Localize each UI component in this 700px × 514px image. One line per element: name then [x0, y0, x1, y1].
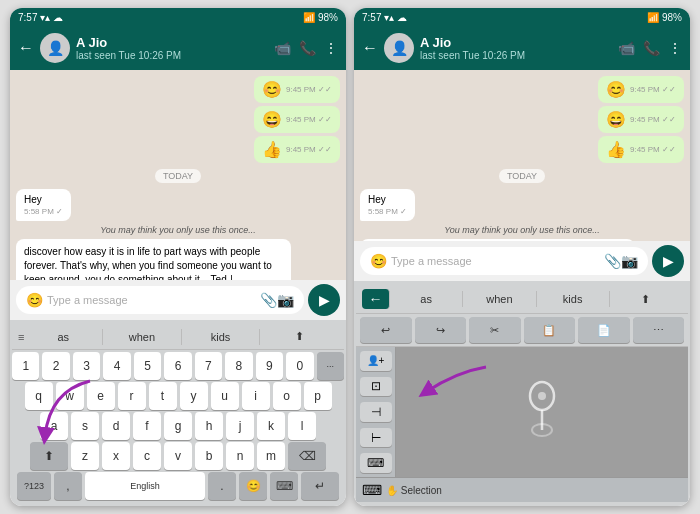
toolbar-copy-btn[interactable]: 📋 [524, 317, 576, 343]
key-w[interactable]: w [56, 382, 84, 410]
video-call-icon[interactable]: 📹 [274, 40, 291, 56]
key-g[interactable]: g [164, 412, 192, 440]
key-period[interactable]: . [208, 472, 236, 500]
keyboard-icon-bottom[interactable]: ⌨ [362, 482, 382, 498]
contact-info-left: A Jio last seen Tue 10:26 PM [76, 35, 268, 61]
attach-icon-right[interactable]: 📎 [604, 253, 621, 269]
emoji-icon-left[interactable]: 😊 [26, 292, 43, 308]
key-8[interactable]: 8 [225, 352, 252, 380]
back-button-right[interactable]: ← [362, 39, 378, 57]
toolbar-select-btn[interactable]: ⊡ [360, 377, 392, 397]
key-u[interactable]: u [211, 382, 239, 410]
status-bar-right: 7:57 ▾▴ ☁ 📶 98% [354, 8, 690, 26]
toolbar-keyboard-btn[interactable]: ⌨ [360, 453, 392, 473]
toolbar-more-btn[interactable]: ⋯ [633, 317, 685, 343]
key-0[interactable]: 0 [286, 352, 313, 380]
key-comma[interactable]: , [54, 472, 82, 500]
suggestions-row-right: ← as when kids ⬆ [356, 285, 688, 314]
key-emoji[interactable]: 😊 [239, 472, 267, 500]
toolbar-back-btn[interactable]: ← [362, 289, 390, 309]
suggestion-kids-left[interactable]: kids [182, 329, 261, 345]
emoji-icon-right[interactable]: 😊 [370, 253, 387, 269]
key-v[interactable]: v [164, 442, 192, 470]
signal-icon-right: ▾▴ [384, 12, 394, 23]
key-f[interactable]: f [133, 412, 161, 440]
camera-icon-left[interactable]: 📷 [277, 292, 294, 308]
send-button-right[interactable]: ▶ [652, 245, 684, 277]
key-4[interactable]: 4 [103, 352, 130, 380]
toolbar-side-buttons: 👤+ ⊡ ⊣ ⊢ ⌨ [356, 347, 396, 477]
key-m[interactable]: m [257, 442, 285, 470]
key-x[interactable]: x [102, 442, 130, 470]
long-msg-left: discover how easy it is in life to part … [16, 239, 291, 280]
key-t[interactable]: t [149, 382, 177, 410]
send-button-left[interactable]: ▶ [308, 284, 340, 316]
key-y[interactable]: y [180, 382, 208, 410]
back-button-left[interactable]: ← [18, 39, 34, 57]
header-icons-left: 📹 📞 ⋮ [274, 40, 338, 56]
hey-msg-right: Hey 5:58 PM ✓ [360, 189, 415, 221]
key-num-switch[interactable]: ?123 [17, 472, 51, 500]
key-q[interactable]: q [25, 382, 53, 410]
video-call-icon-right[interactable]: 📹 [618, 40, 635, 56]
key-5[interactable]: 5 [134, 352, 161, 380]
key-1[interactable]: 1 [12, 352, 39, 380]
key-2[interactable]: 2 [42, 352, 69, 380]
toolbar-end-btn[interactable]: ⊢ [360, 428, 392, 448]
more-options-icon[interactable]: ⋮ [324, 40, 338, 56]
key-d[interactable]: d [102, 412, 130, 440]
suggestion-when-left[interactable]: when [103, 329, 182, 345]
key-p[interactable]: p [304, 382, 332, 410]
key-n[interactable]: n [226, 442, 254, 470]
key-b[interactable]: b [195, 442, 223, 470]
toolbar-redo-btn[interactable]: ↪ [415, 317, 467, 343]
toolbar-start-btn[interactable]: ⊣ [360, 402, 392, 422]
toolbar-paste-btn[interactable]: 📄 [578, 317, 630, 343]
key-shift[interactable]: ⬆ [30, 442, 68, 470]
suggestion-as-right[interactable]: as [390, 291, 463, 307]
chat-body-left: 😊 9:45 PM ✓✓ 😄 9:45 PM ✓✓ 👍 9:45 PM ✓✓ T… [10, 70, 346, 280]
key-3[interactable]: 3 [73, 352, 100, 380]
time-right: 7:57 [362, 12, 381, 23]
camera-icon-right[interactable]: 📷 [621, 253, 638, 269]
voice-call-icon[interactable]: 📞 [299, 40, 316, 56]
toolbar-undo-btn[interactable]: ↩ [360, 317, 412, 343]
key-space[interactable]: English [85, 472, 205, 500]
key-enter[interactable]: ↵ [301, 472, 339, 500]
toolbar-cut-btn[interactable]: ✂ [469, 317, 521, 343]
key-backspace[interactable]: ⌫ [288, 442, 326, 470]
key-e[interactable]: e [87, 382, 115, 410]
suggestion-arrow-right[interactable]: ⬆ [610, 291, 682, 308]
message-input-left[interactable]: 😊 Type a message 📎 📷 [16, 286, 304, 314]
key-j[interactable]: j [226, 412, 254, 440]
suggestion-arrow-left[interactable]: ⬆ [260, 328, 338, 345]
key-l[interactable]: l [288, 412, 316, 440]
key-6[interactable]: 6 [164, 352, 191, 380]
chat-input-right: 😊 Type a message 📎 📷 ▶ [354, 241, 690, 281]
key-z[interactable]: z [71, 442, 99, 470]
toolbar-select-all-btn[interactable]: 👤+ [360, 351, 392, 371]
key-k[interactable]: k [257, 412, 285, 440]
more-options-icon-right[interactable]: ⋮ [668, 40, 682, 56]
attach-icon-left[interactable]: 📎 [260, 292, 277, 308]
key-9[interactable]: 9 [256, 352, 283, 380]
suggestion-kids-right[interactable]: kids [537, 291, 610, 307]
key-c[interactable]: c [133, 442, 161, 470]
suggestion-when-right[interactable]: when [463, 291, 536, 307]
header-icons-right: 📹 📞 ⋮ [618, 40, 682, 56]
key-more[interactable]: ··· [317, 352, 344, 380]
left-phone: 7:57 ▾▴ ☁ 📶 98% ← 👤 A Jio last seen Tue … [10, 8, 346, 506]
key-i[interactable]: i [242, 382, 270, 410]
voice-call-icon-right[interactable]: 📞 [643, 40, 660, 56]
key-a[interactable]: a [40, 412, 68, 440]
key-s[interactable]: s [71, 412, 99, 440]
key-h[interactable]: h [195, 412, 223, 440]
message-input-right[interactable]: 😊 Type a message 📎 📷 [360, 247, 648, 275]
suggestion-as-left[interactable]: as [24, 329, 103, 345]
key-r[interactable]: r [118, 382, 146, 410]
date-divider-right: TODAY [499, 169, 545, 183]
keyboard-left: ≡ as when kids ⬆ 1 2 3 4 5 6 7 8 9 0 ···… [10, 320, 346, 506]
key-7[interactable]: 7 [195, 352, 222, 380]
key-keyboard-icon[interactable]: ⌨ [270, 472, 298, 500]
key-o[interactable]: o [273, 382, 301, 410]
